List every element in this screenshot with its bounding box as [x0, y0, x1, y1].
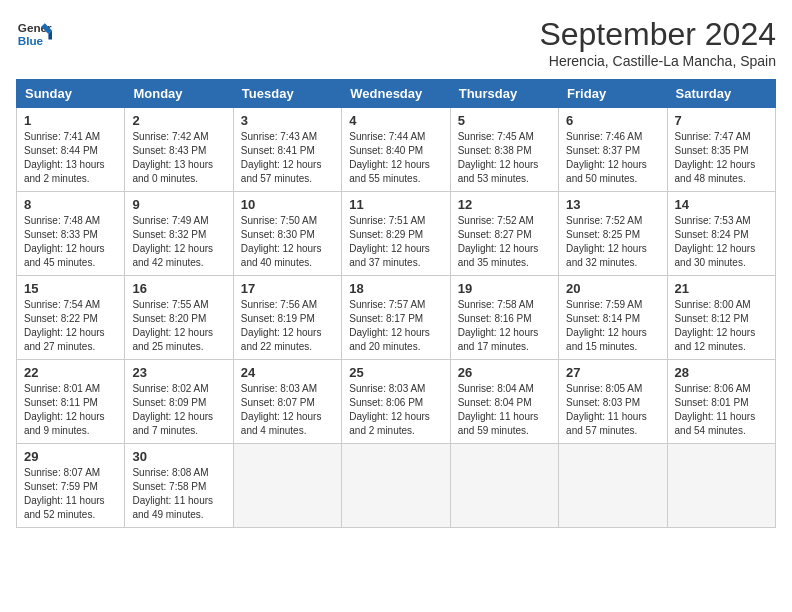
calendar-cell: 30Sunrise: 8:08 AMSunset: 7:58 PMDayligh…: [125, 444, 233, 528]
calendar-cell: 10Sunrise: 7:50 AMSunset: 8:30 PMDayligh…: [233, 192, 341, 276]
day-number: 29: [24, 449, 117, 464]
calendar-table: SundayMondayTuesdayWednesdayThursdayFrid…: [16, 79, 776, 528]
day-info: Sunrise: 7:42 AMSunset: 8:43 PMDaylight:…: [132, 130, 225, 186]
day-number: 16: [132, 281, 225, 296]
day-info: Sunrise: 7:56 AMSunset: 8:19 PMDaylight:…: [241, 298, 334, 354]
col-header-tuesday: Tuesday: [233, 80, 341, 108]
day-number: 13: [566, 197, 659, 212]
day-info: Sunrise: 7:46 AMSunset: 8:37 PMDaylight:…: [566, 130, 659, 186]
day-info: Sunrise: 7:47 AMSunset: 8:35 PMDaylight:…: [675, 130, 768, 186]
calendar-cell: 21Sunrise: 8:00 AMSunset: 8:12 PMDayligh…: [667, 276, 775, 360]
calendar-cell: 22Sunrise: 8:01 AMSunset: 8:11 PMDayligh…: [17, 360, 125, 444]
calendar-cell: 12Sunrise: 7:52 AMSunset: 8:27 PMDayligh…: [450, 192, 558, 276]
day-info: Sunrise: 7:48 AMSunset: 8:33 PMDaylight:…: [24, 214, 117, 270]
day-info: Sunrise: 7:51 AMSunset: 8:29 PMDaylight:…: [349, 214, 442, 270]
calendar-cell: 14Sunrise: 7:53 AMSunset: 8:24 PMDayligh…: [667, 192, 775, 276]
month-title: September 2024: [539, 16, 776, 53]
day-number: 9: [132, 197, 225, 212]
calendar-cell: [342, 444, 450, 528]
day-number: 10: [241, 197, 334, 212]
calendar-cell: [667, 444, 775, 528]
location-subtitle: Herencia, Castille-La Mancha, Spain: [539, 53, 776, 69]
calendar-cell: 26Sunrise: 8:04 AMSunset: 8:04 PMDayligh…: [450, 360, 558, 444]
calendar-cell: 2Sunrise: 7:42 AMSunset: 8:43 PMDaylight…: [125, 108, 233, 192]
day-info: Sunrise: 7:59 AMSunset: 8:14 PMDaylight:…: [566, 298, 659, 354]
col-header-saturday: Saturday: [667, 80, 775, 108]
calendar-cell: 9Sunrise: 7:49 AMSunset: 8:32 PMDaylight…: [125, 192, 233, 276]
day-number: 30: [132, 449, 225, 464]
day-info: Sunrise: 7:55 AMSunset: 8:20 PMDaylight:…: [132, 298, 225, 354]
calendar-cell: [233, 444, 341, 528]
calendar-cell: [559, 444, 667, 528]
day-info: Sunrise: 8:02 AMSunset: 8:09 PMDaylight:…: [132, 382, 225, 438]
calendar-cell: 8Sunrise: 7:48 AMSunset: 8:33 PMDaylight…: [17, 192, 125, 276]
day-number: 12: [458, 197, 551, 212]
day-number: 11: [349, 197, 442, 212]
day-info: Sunrise: 7:54 AMSunset: 8:22 PMDaylight:…: [24, 298, 117, 354]
day-info: Sunrise: 8:07 AMSunset: 7:59 PMDaylight:…: [24, 466, 117, 522]
col-header-sunday: Sunday: [17, 80, 125, 108]
day-info: Sunrise: 7:44 AMSunset: 8:40 PMDaylight:…: [349, 130, 442, 186]
day-info: Sunrise: 7:43 AMSunset: 8:41 PMDaylight:…: [241, 130, 334, 186]
day-number: 3: [241, 113, 334, 128]
calendar-cell: 23Sunrise: 8:02 AMSunset: 8:09 PMDayligh…: [125, 360, 233, 444]
week-row-3: 15Sunrise: 7:54 AMSunset: 8:22 PMDayligh…: [17, 276, 776, 360]
calendar-cell: 7Sunrise: 7:47 AMSunset: 8:35 PMDaylight…: [667, 108, 775, 192]
day-number: 27: [566, 365, 659, 380]
calendar-cell: 25Sunrise: 8:03 AMSunset: 8:06 PMDayligh…: [342, 360, 450, 444]
calendar-cell: [450, 444, 558, 528]
calendar-cell: 19Sunrise: 7:58 AMSunset: 8:16 PMDayligh…: [450, 276, 558, 360]
calendar-cell: 18Sunrise: 7:57 AMSunset: 8:17 PMDayligh…: [342, 276, 450, 360]
day-info: Sunrise: 7:50 AMSunset: 8:30 PMDaylight:…: [241, 214, 334, 270]
day-info: Sunrise: 7:52 AMSunset: 8:27 PMDaylight:…: [458, 214, 551, 270]
week-row-5: 29Sunrise: 8:07 AMSunset: 7:59 PMDayligh…: [17, 444, 776, 528]
day-info: Sunrise: 7:45 AMSunset: 8:38 PMDaylight:…: [458, 130, 551, 186]
day-number: 26: [458, 365, 551, 380]
col-header-monday: Monday: [125, 80, 233, 108]
day-number: 8: [24, 197, 117, 212]
day-number: 1: [24, 113, 117, 128]
calendar-cell: 27Sunrise: 8:05 AMSunset: 8:03 PMDayligh…: [559, 360, 667, 444]
day-info: Sunrise: 7:41 AMSunset: 8:44 PMDaylight:…: [24, 130, 117, 186]
day-number: 6: [566, 113, 659, 128]
day-number: 4: [349, 113, 442, 128]
day-number: 18: [349, 281, 442, 296]
day-number: 5: [458, 113, 551, 128]
week-row-1: 1Sunrise: 7:41 AMSunset: 8:44 PMDaylight…: [17, 108, 776, 192]
logo: General Blue: [16, 16, 52, 52]
day-info: Sunrise: 7:49 AMSunset: 8:32 PMDaylight:…: [132, 214, 225, 270]
day-info: Sunrise: 7:53 AMSunset: 8:24 PMDaylight:…: [675, 214, 768, 270]
calendar-cell: 6Sunrise: 7:46 AMSunset: 8:37 PMDaylight…: [559, 108, 667, 192]
day-info: Sunrise: 7:58 AMSunset: 8:16 PMDaylight:…: [458, 298, 551, 354]
day-info: Sunrise: 8:06 AMSunset: 8:01 PMDaylight:…: [675, 382, 768, 438]
svg-text:Blue: Blue: [18, 34, 44, 47]
page-header: General Blue September 2024 Herencia, Ca…: [16, 16, 776, 69]
day-info: Sunrise: 8:08 AMSunset: 7:58 PMDaylight:…: [132, 466, 225, 522]
calendar-cell: 20Sunrise: 7:59 AMSunset: 8:14 PMDayligh…: [559, 276, 667, 360]
day-info: Sunrise: 8:03 AMSunset: 8:07 PMDaylight:…: [241, 382, 334, 438]
calendar-cell: 16Sunrise: 7:55 AMSunset: 8:20 PMDayligh…: [125, 276, 233, 360]
day-info: Sunrise: 7:57 AMSunset: 8:17 PMDaylight:…: [349, 298, 442, 354]
logo-icon: General Blue: [16, 16, 52, 52]
day-info: Sunrise: 8:05 AMSunset: 8:03 PMDaylight:…: [566, 382, 659, 438]
day-number: 24: [241, 365, 334, 380]
week-row-4: 22Sunrise: 8:01 AMSunset: 8:11 PMDayligh…: [17, 360, 776, 444]
calendar-cell: 24Sunrise: 8:03 AMSunset: 8:07 PMDayligh…: [233, 360, 341, 444]
day-number: 2: [132, 113, 225, 128]
calendar-cell: 17Sunrise: 7:56 AMSunset: 8:19 PMDayligh…: [233, 276, 341, 360]
day-info: Sunrise: 8:04 AMSunset: 8:04 PMDaylight:…: [458, 382, 551, 438]
day-number: 21: [675, 281, 768, 296]
day-number: 15: [24, 281, 117, 296]
day-number: 17: [241, 281, 334, 296]
col-header-thursday: Thursday: [450, 80, 558, 108]
day-info: Sunrise: 7:52 AMSunset: 8:25 PMDaylight:…: [566, 214, 659, 270]
calendar-cell: 11Sunrise: 7:51 AMSunset: 8:29 PMDayligh…: [342, 192, 450, 276]
day-number: 14: [675, 197, 768, 212]
day-info: Sunrise: 8:00 AMSunset: 8:12 PMDaylight:…: [675, 298, 768, 354]
day-number: 23: [132, 365, 225, 380]
week-row-2: 8Sunrise: 7:48 AMSunset: 8:33 PMDaylight…: [17, 192, 776, 276]
day-number: 7: [675, 113, 768, 128]
calendar-cell: 13Sunrise: 7:52 AMSunset: 8:25 PMDayligh…: [559, 192, 667, 276]
calendar-cell: 4Sunrise: 7:44 AMSunset: 8:40 PMDaylight…: [342, 108, 450, 192]
calendar-cell: 3Sunrise: 7:43 AMSunset: 8:41 PMDaylight…: [233, 108, 341, 192]
